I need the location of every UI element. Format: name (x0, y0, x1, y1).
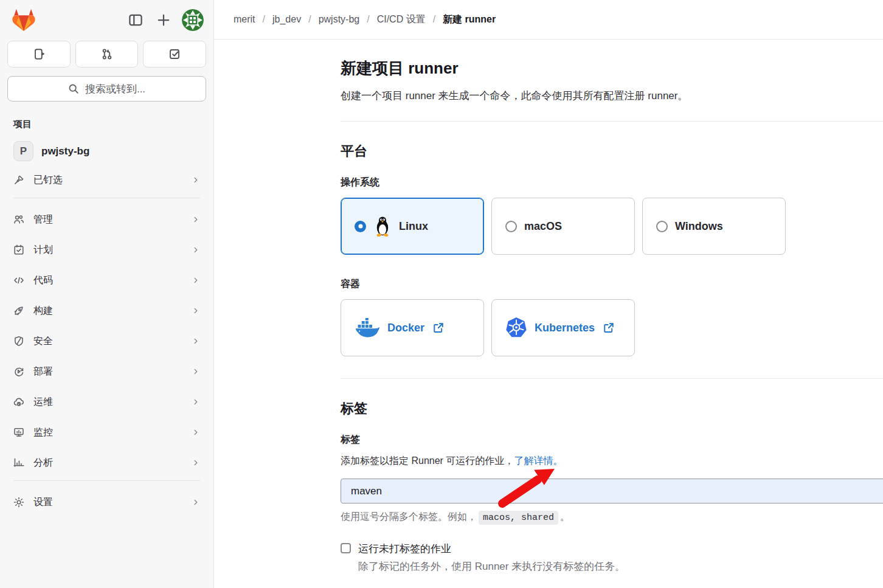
create-new-button[interactable] (154, 10, 173, 30)
calendar-check-icon (13, 244, 24, 255)
deploy-icon (13, 366, 24, 377)
sidebar-item-settings[interactable]: 设置 (7, 489, 206, 515)
os-option-linux[interactable]: Linux (341, 198, 484, 255)
main-panel: merit / jb_dev / pwjsty-bg / CI/CD 设置 / … (214, 0, 883, 588)
breadcrumb: merit / jb_dev / pwjsty-bg / CI/CD 设置 / … (234, 13, 496, 26)
untagged-jobs-checkbox[interactable] (341, 543, 351, 553)
tags-description-text: 添加标签以指定 Runner 可运行的作业， (341, 455, 514, 466)
learn-more-link[interactable]: 了解详情。 (514, 455, 563, 466)
avatar-image (182, 9, 204, 31)
todo-check-icon (168, 48, 181, 60)
sidebar-item-label: 分析 (33, 457, 182, 469)
sidebar-item-label: 监控 (33, 426, 182, 439)
breadcrumb-separator: / (433, 14, 435, 25)
tags-heading: 标签 (341, 399, 883, 418)
sidebar-item-label: 安全 (33, 335, 182, 348)
issues-button[interactable] (7, 41, 71, 67)
tags-description: 添加标签以指定 Runner 可运行的作业，了解详情。 (341, 455, 883, 468)
sidebar-item-deploy[interactable]: 部署 (7, 359, 206, 384)
kubernetes-icon (505, 317, 527, 339)
breadcrumb-separator: / (308, 14, 311, 25)
radio-selected-icon[interactable] (355, 221, 366, 232)
gear-icon (13, 497, 24, 508)
radio-unselected-icon[interactable] (505, 221, 517, 232)
shield-icon (13, 336, 24, 347)
gitlab-logo-icon[interactable] (11, 8, 36, 32)
container-option-label: Docker (387, 322, 424, 334)
untagged-jobs-label[interactable]: 运行未打标签的作业 (358, 542, 451, 556)
os-option-macos[interactable]: macOS (491, 198, 635, 255)
sidebar-item-label: 已钉选 (33, 174, 182, 187)
breadcrumb-link-project[interactable]: pwjsty-bg (319, 14, 360, 25)
chevron-right-icon (192, 337, 200, 345)
os-field-label: 操作系统 (341, 176, 883, 189)
container-field-label: 容器 (341, 278, 883, 291)
sidebar-item-secure[interactable]: 安全 (7, 328, 206, 354)
untagged-jobs-help: 除了标记的任务外，使用 Runner 来执行没有标签的任务。 (358, 559, 883, 573)
pin-icon (13, 175, 24, 185)
sidebar-section-label: 项目 (7, 114, 206, 137)
sidebar-item-manage[interactable]: 管理 (7, 207, 206, 232)
sidebar-nav: 项目 P pwjsty-bg 已钉选 (0, 108, 213, 588)
sidebar: 搜索或转到... 项目 P pwjsty-bg 已钉选 (0, 0, 214, 588)
tags-input[interactable] (341, 479, 883, 503)
chevron-right-icon (192, 276, 200, 285)
tags-hint-prefix: 使用逗号分隔多个标签。例如， (341, 511, 477, 522)
chart-icon (13, 457, 24, 468)
project-name: pwjsty-bg (41, 145, 89, 157)
project-avatar: P (13, 141, 33, 161)
sidebar-item-label: 构建 (33, 305, 182, 317)
sidebar-divider (13, 198, 200, 198)
os-option-label: macOS (524, 220, 562, 233)
breadcrumb-link-jbdev[interactable]: jb_dev (272, 14, 301, 25)
sidebar-item-plan[interactable]: 计划 (7, 237, 206, 263)
sidebar-divider (13, 480, 200, 481)
os-option-label: Linux (399, 220, 428, 233)
sidebar-header (0, 0, 213, 38)
sidebar-item-pinned[interactable]: 已钉选 (7, 167, 206, 193)
chevron-right-icon (192, 246, 200, 254)
sidebar-item-label: 计划 (33, 244, 182, 257)
sidebar-item-analyze[interactable]: 分析 (7, 450, 206, 476)
sidebar-shortcut-toolbar (0, 38, 213, 67)
cloud-pod-icon (13, 396, 24, 407)
rocket-icon (13, 305, 24, 316)
sidebar-item-label: 代码 (33, 274, 182, 287)
breadcrumb-link-merit[interactable]: merit (234, 14, 255, 25)
breadcrumb-current: 新建 runner (443, 13, 496, 26)
merge-request-icon (101, 48, 113, 60)
topbar: merit / jb_dev / pwjsty-bg / CI/CD 设置 / … (214, 0, 883, 40)
sidebar-item-build[interactable]: 构建 (7, 298, 206, 323)
chevron-right-icon (192, 306, 200, 315)
os-options-row: Linux macOS Windows (341, 198, 883, 255)
chevron-right-icon (192, 498, 200, 507)
plus-icon (156, 13, 171, 27)
user-avatar[interactable] (182, 9, 204, 31)
tags-hint: 使用逗号分隔多个标签。例如，macos, shared。 (341, 511, 883, 524)
chevron-right-icon (192, 398, 200, 406)
container-options-row: Docker (341, 299, 883, 356)
breadcrumb-separator: / (263, 14, 265, 25)
container-option-kubernetes[interactable]: Kubernetes (491, 299, 635, 356)
sidebar-toggle-button[interactable] (126, 10, 145, 30)
sidebar-item-label: 部署 (33, 365, 182, 378)
todos-button[interactable] (143, 41, 206, 67)
sidebar-item-code[interactable]: 代码 (7, 268, 206, 293)
sidebar-item-operate[interactable]: 运维 (7, 389, 206, 415)
os-option-windows[interactable]: Windows (642, 198, 786, 255)
breadcrumb-separator: / (367, 14, 369, 25)
page-title: 新建项目 runner (341, 58, 883, 79)
section-divider (341, 121, 883, 122)
search-icon (68, 83, 79, 94)
platform-heading: 平台 (341, 142, 883, 161)
sidebar-item-monitor[interactable]: 监控 (7, 420, 206, 445)
container-option-docker[interactable]: Docker (341, 299, 484, 356)
breadcrumb-link-cicd-settings[interactable]: CI/CD 设置 (377, 13, 426, 26)
os-option-label: Windows (675, 220, 723, 233)
search-box[interactable]: 搜索或转到... (7, 76, 206, 102)
external-link-icon (433, 322, 444, 333)
sidebar-project-item[interactable]: P pwjsty-bg (7, 137, 206, 167)
radio-unselected-icon[interactable] (656, 221, 668, 232)
chevron-right-icon (192, 215, 200, 224)
merge-requests-button[interactable] (75, 41, 139, 67)
